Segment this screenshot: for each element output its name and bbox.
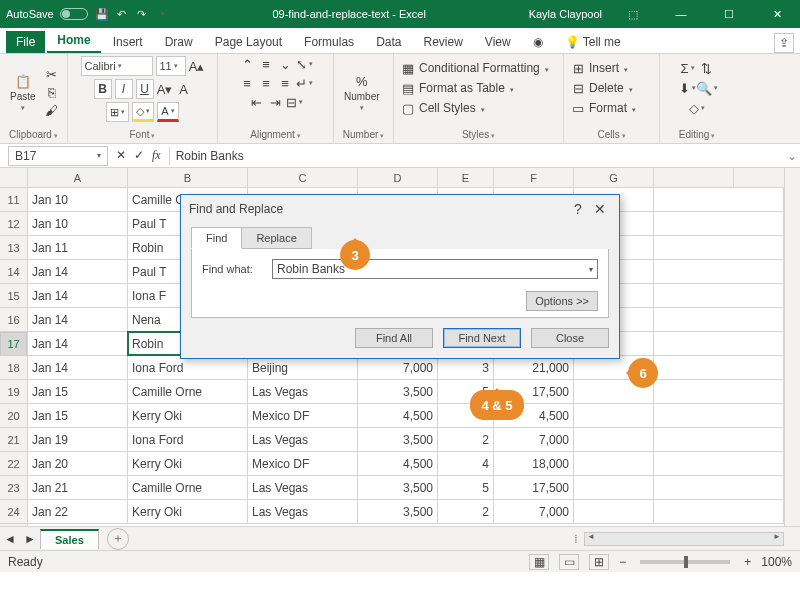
border-button[interactable]: ⊞ xyxy=(106,102,129,122)
cell[interactable] xyxy=(654,500,784,523)
row-header[interactable]: 11 xyxy=(0,188,27,212)
align-right-icon[interactable]: ≡ xyxy=(277,75,293,91)
row-header[interactable]: 17 xyxy=(0,332,27,356)
tab-replace[interactable]: Replace xyxy=(241,227,311,249)
cell[interactable]: 17,500 xyxy=(494,476,574,499)
add-sheet-button[interactable]: ＋ xyxy=(107,528,129,550)
column-headers[interactable]: ABCDEFG xyxy=(28,168,784,188)
cell[interactable]: 2 xyxy=(438,428,494,451)
tab-find[interactable]: Find xyxy=(191,227,242,249)
row-header[interactable]: 22 xyxy=(0,452,27,476)
cell[interactable] xyxy=(654,236,784,259)
cell[interactable]: Beijing xyxy=(248,356,358,379)
undo-icon[interactable]: ↶ xyxy=(114,6,130,22)
share-icon[interactable]: ⇪ xyxy=(774,33,794,53)
tab-file[interactable]: File xyxy=(6,31,45,53)
cell[interactable]: Jan 15 xyxy=(28,404,128,427)
redo-icon[interactable]: ↷ xyxy=(134,6,150,22)
align-center-icon[interactable]: ≡ xyxy=(258,75,274,91)
decrease-indent-icon[interactable]: ⇤ xyxy=(249,94,265,110)
cell[interactable]: 3,500 xyxy=(358,476,438,499)
tab-split-icon[interactable]: ⁞ xyxy=(574,532,578,546)
cell[interactable]: Jan 19 xyxy=(28,428,128,451)
cell[interactable]: Jan 14 xyxy=(28,284,128,307)
cell[interactable] xyxy=(654,428,784,451)
merge-icon[interactable]: ⊟ xyxy=(287,94,303,110)
col-header[interactable]: D xyxy=(358,168,438,187)
row-header[interactable]: 14 xyxy=(0,260,27,284)
row-header[interactable]: 21 xyxy=(0,428,27,452)
align-left-icon[interactable]: ≡ xyxy=(239,75,255,91)
col-header[interactable]: E xyxy=(438,168,494,187)
tell-me[interactable]: 💡 Tell me xyxy=(555,31,631,53)
delete-cells-button[interactable]: ⊟Delete xyxy=(570,80,633,96)
maximize-icon[interactable]: ☐ xyxy=(712,8,746,21)
cell[interactable]: Jan 10 xyxy=(28,212,128,235)
font-name[interactable]: Calibri xyxy=(81,56,153,76)
dialog-help-icon[interactable]: ? xyxy=(567,201,589,217)
cell[interactable] xyxy=(654,188,784,211)
cell[interactable]: 21,000 xyxy=(494,356,574,379)
cell[interactable] xyxy=(654,212,784,235)
row-header[interactable]: 12 xyxy=(0,212,27,236)
cell[interactable]: Iona Ford xyxy=(128,356,248,379)
tab-page-layout[interactable]: Page Layout xyxy=(205,31,292,53)
page-break-view-icon[interactable]: ⊞ xyxy=(589,554,609,570)
cell[interactable]: Camille Orne xyxy=(128,380,248,403)
decrease-font-icon[interactable]: A▾ xyxy=(157,81,173,97)
clear-icon[interactable]: ◇ xyxy=(689,100,705,116)
dialog-close-icon[interactable]: ✕ xyxy=(589,201,611,217)
cell[interactable]: Jan 11 xyxy=(28,236,128,259)
insert-cells-button[interactable]: ⊞Insert xyxy=(570,60,628,76)
tab-formulas[interactable]: Formulas xyxy=(294,31,364,53)
enter-formula-icon[interactable]: ✓ xyxy=(134,148,144,163)
cell[interactable] xyxy=(654,356,784,379)
cell[interactable]: Las Vegas xyxy=(248,500,358,523)
row-header[interactable]: 16 xyxy=(0,308,27,332)
row-header[interactable]: 23 xyxy=(0,476,27,500)
zoom-slider[interactable] xyxy=(640,560,730,564)
col-header[interactable]: B xyxy=(128,168,248,187)
fill-icon[interactable]: ⬇ xyxy=(680,80,696,96)
cell[interactable]: 4,500 xyxy=(358,452,438,475)
font-color-button[interactable]: A xyxy=(157,102,178,122)
format-as-table-button[interactable]: ▤Format as Table xyxy=(400,80,514,96)
underline-button[interactable]: U xyxy=(136,79,154,99)
cell[interactable] xyxy=(574,404,654,427)
name-box[interactable]: B17▾ xyxy=(8,146,108,166)
cell[interactable] xyxy=(654,452,784,475)
cell[interactable]: Las Vegas xyxy=(248,428,358,451)
page-layout-view-icon[interactable]: ▭ xyxy=(559,554,579,570)
align-middle-icon[interactable]: ≡ xyxy=(258,56,274,72)
cell[interactable]: Jan 21 xyxy=(28,476,128,499)
minimize-icon[interactable]: — xyxy=(664,8,698,20)
cell[interactable]: 5 xyxy=(438,476,494,499)
cell[interactable]: 3,500 xyxy=(358,428,438,451)
cell[interactable]: Jan 14 xyxy=(28,260,128,283)
italic-button[interactable]: I xyxy=(115,79,133,99)
increase-font-icon[interactable]: A▴ xyxy=(189,58,205,74)
horizontal-scrollbar[interactable] xyxy=(584,532,784,546)
user-name[interactable]: Kayla Claypool xyxy=(529,8,602,20)
tab-data[interactable]: Data xyxy=(366,31,411,53)
cell[interactable]: Jan 15 xyxy=(28,380,128,403)
save-icon[interactable]: 💾 xyxy=(94,6,110,22)
cell[interactable] xyxy=(574,428,654,451)
options-button[interactable]: Options >> xyxy=(526,291,598,311)
cell[interactable]: Las Vegas xyxy=(248,476,358,499)
col-header[interactable] xyxy=(654,168,734,187)
cell[interactable]: Mexico DF xyxy=(248,452,358,475)
align-bottom-icon[interactable]: ⌄ xyxy=(277,56,293,72)
cell[interactable]: Jan 14 xyxy=(28,332,128,355)
format-cells-button[interactable]: ▭Format xyxy=(570,100,636,116)
tab-help[interactable]: ◉ xyxy=(523,31,553,53)
autosave-toggle[interactable] xyxy=(60,8,88,20)
find-all-button[interactable]: Find All xyxy=(355,328,433,348)
cut-icon[interactable]: ✂ xyxy=(44,67,60,83)
tab-prev-icon[interactable]: ◄ xyxy=(4,532,16,546)
tab-next-icon[interactable]: ► xyxy=(24,532,36,546)
cell[interactable]: 18,000 xyxy=(494,452,574,475)
cell[interactable]: 7,000 xyxy=(494,428,574,451)
orientation-icon[interactable]: ⤡ xyxy=(296,56,312,72)
zoom-in-icon[interactable]: + xyxy=(744,555,751,569)
